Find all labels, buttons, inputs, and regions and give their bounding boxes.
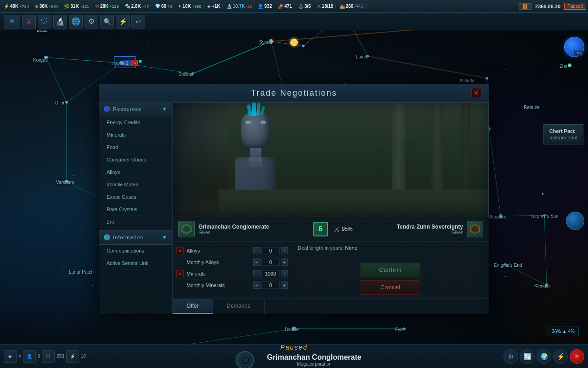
dialog-overlay: Trade Negotiations ✕ Resources ▼ Energy … bbox=[0, 0, 588, 368]
left-trade-items: ✕ Alloys − 0 + Mo bbox=[173, 242, 292, 299]
monthly-alloys-stepper: − 0 + bbox=[253, 259, 288, 266]
monthly-alloys-increase-btn[interactable]: + bbox=[281, 259, 288, 266]
monthly-minerals-label: Monthly Minerals bbox=[187, 282, 250, 288]
minerals-value: 1000 bbox=[261, 270, 280, 277]
relation-area: 6 ⚔ 95% bbox=[273, 221, 393, 237]
hex-icon bbox=[104, 106, 110, 112]
deal-length-row: Deal length in years: None bbox=[298, 245, 483, 251]
dialog-footer-tabs: Offer Demands bbox=[173, 299, 489, 314]
monthly-minerals-stepper: − 0 + bbox=[253, 282, 288, 289]
minerals-decrease-btn[interactable]: − bbox=[253, 270, 260, 277]
monthly-minerals-decrease-btn[interactable]: − bbox=[253, 282, 260, 289]
sidebar-item-minerals[interactable]: Minerals bbox=[99, 129, 172, 141]
confirm-button[interactable]: Confirm bbox=[361, 263, 420, 277]
left-party: Grimanchan Conglomerate Gives bbox=[178, 221, 269, 237]
dialog-title-bar: Trade Negotiations ✕ bbox=[99, 84, 489, 102]
relation-score: 6 bbox=[313, 222, 328, 236]
remove-minerals-button[interactable]: ✕ bbox=[176, 270, 184, 277]
alloys-label: Alloys bbox=[187, 248, 250, 253]
right-party: Tendra-Zuhn Sovereignty Gives bbox=[397, 221, 483, 237]
sidebar-item-sensor-link[interactable]: Active Sensor Link bbox=[99, 257, 172, 270]
monthly-alloys-value: 0 bbox=[261, 259, 280, 266]
right-info-area: Deal length in years: None Confirm Cance… bbox=[292, 242, 489, 299]
monthly-minerals-increase-btn[interactable]: + bbox=[281, 282, 288, 289]
monthly-alloys-label: Monthly Alloys bbox=[187, 259, 250, 265]
relation-attitude: ⚔ 95% bbox=[334, 225, 353, 234]
trade-area: Grimanchan Conglomerate Gives 6 ⚔ 95% bbox=[173, 217, 489, 299]
sidebar-item-zro[interactable]: Zro bbox=[99, 216, 172, 228]
right-party-gives: Gives bbox=[397, 230, 463, 235]
minerals-label: Minerals bbox=[187, 271, 250, 276]
trade-row-monthly-minerals: Monthly Minerals − 0 + bbox=[176, 280, 288, 291]
minerals-stepper: − 1000 + bbox=[253, 270, 288, 277]
left-party-icon bbox=[178, 221, 195, 237]
minerals-increase-btn[interactable]: + bbox=[281, 270, 288, 277]
dialog-close-button[interactable]: ✕ bbox=[471, 88, 481, 98]
right-party-icon bbox=[467, 221, 483, 237]
sidebar-item-rare-crystals[interactable]: Rare Crystals bbox=[99, 203, 172, 216]
items-area: ✕ Alloys − 0 + Mo bbox=[173, 242, 489, 299]
trade-negotiations-dialog: Trade Negotiations ✕ Resources ▼ Energy … bbox=[99, 84, 489, 314]
dialog-body: Resources ▼ Energy Credits Minerals Food… bbox=[99, 102, 489, 314]
portrait-border bbox=[173, 102, 489, 217]
monthly-minerals-value: 0 bbox=[261, 282, 280, 289]
dialog-title: Trade Negotiations bbox=[117, 88, 471, 98]
alloys-decrease-btn[interactable]: − bbox=[253, 247, 260, 254]
dialog-sidebar: Resources ▼ Energy Credits Minerals Food… bbox=[99, 102, 173, 314]
trade-row-minerals: ✕ Minerals − 1000 + bbox=[176, 268, 288, 280]
sidebar-item-communications[interactable]: Communications bbox=[99, 245, 172, 257]
monthly-alloys-decrease-btn[interactable]: − bbox=[253, 259, 260, 266]
alloys-stepper: − 0 + bbox=[253, 247, 288, 254]
info-icon bbox=[104, 234, 110, 241]
portrait-area bbox=[173, 102, 489, 217]
sidebar-item-consumer-goods[interactable]: Consumer Goods bbox=[99, 154, 172, 166]
trade-row-monthly-alloys: Monthly Alloys − 0 + bbox=[176, 257, 288, 268]
remove-alloys-button[interactable]: ✕ bbox=[176, 247, 184, 254]
alloys-value: 0 bbox=[261, 247, 280, 254]
sidebar-resources-header: Resources ▼ bbox=[99, 102, 172, 116]
tab-offer[interactable]: Offer bbox=[173, 299, 213, 314]
right-party-name: Tendra-Zuhn Sovereignty bbox=[397, 224, 463, 230]
cancel-button[interactable]: Cancel bbox=[361, 280, 420, 295]
parties-row: Grimanchan Conglomerate Gives 6 ⚔ 95% bbox=[173, 217, 489, 242]
left-party-gives: Gives bbox=[198, 230, 269, 235]
tab-demands[interactable]: Demands bbox=[213, 299, 264, 314]
sidebar-item-energy-credits[interactable]: Energy Credits bbox=[99, 116, 172, 129]
crossed-swords-icon: ⚔ bbox=[334, 225, 340, 234]
left-party-name: Grimanchan Conglomerate bbox=[198, 224, 269, 230]
trade-row-alloys: ✕ Alloys − 0 + bbox=[176, 245, 288, 257]
svg-marker-44 bbox=[183, 226, 190, 232]
sidebar-item-exotic-gases[interactable]: Exotic Gases bbox=[99, 191, 172, 203]
svg-marker-46 bbox=[472, 226, 478, 232]
sidebar-information-header: Information ▼ bbox=[99, 230, 172, 245]
alloys-increase-btn[interactable]: + bbox=[281, 247, 288, 254]
sidebar-item-volatile-motes[interactable]: Volatile Motes bbox=[99, 178, 172, 191]
dialog-content: Grimanchan Conglomerate Gives 6 ⚔ 95% bbox=[173, 102, 489, 314]
sidebar-item-food[interactable]: Food bbox=[99, 141, 172, 154]
sidebar-item-alloys[interactable]: Alloys bbox=[99, 166, 172, 178]
